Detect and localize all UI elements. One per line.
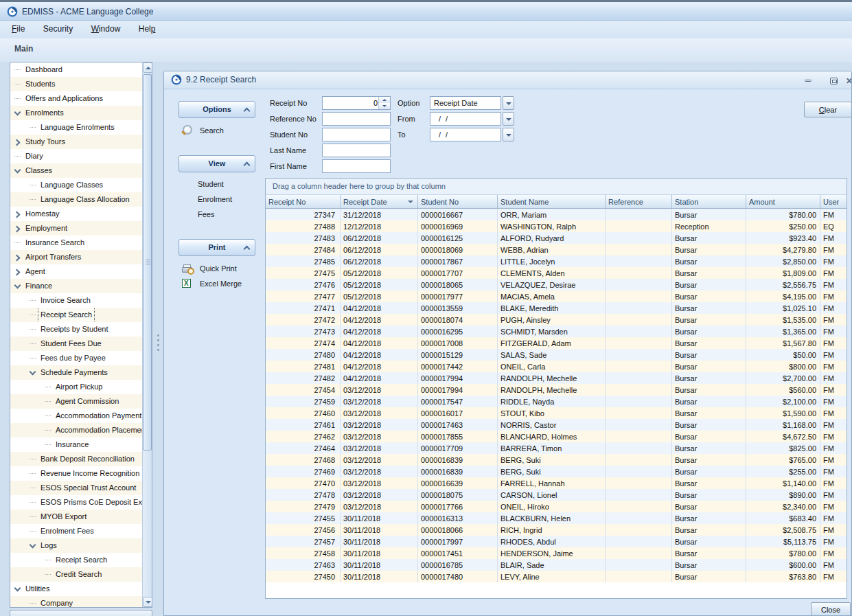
scrollbar-thumb[interactable] xyxy=(143,74,152,450)
sidebar-item-enrolment-fees[interactable]: Enrolment Fees xyxy=(10,524,142,538)
minimize-button[interactable] xyxy=(801,76,816,86)
table-row[interactable]: 2745030/11/20180000017480LEVY, AlineBurs… xyxy=(266,571,847,582)
table-row[interactable]: 2734731/12/20180000016667ORR, MariamBurs… xyxy=(266,209,847,221)
table-row[interactable]: 2747003/12/20180000016639FARRELL, Hannah… xyxy=(266,477,847,489)
sidebar-item-invoice-search[interactable]: Invoice Search xyxy=(10,293,142,308)
sidebar-item-language-classes[interactable]: Language Classes xyxy=(10,178,142,192)
menu-help[interactable]: Help xyxy=(131,21,163,38)
tree-scrollbar[interactable] xyxy=(142,62,152,607)
table-row[interactable]: 2746203/12/20180000017855BLANCHARD, Holm… xyxy=(266,431,847,442)
restore-button[interactable] xyxy=(827,76,842,86)
table-row[interactable]: 2747204/12/20180000018074PUGH, AinsleyBu… xyxy=(266,314,847,326)
table-row[interactable]: 2745630/11/20180000018066RICH, IngridBur… xyxy=(266,524,847,536)
sidebar-item-offers-and-applications[interactable]: Offers and Applications xyxy=(10,91,142,106)
table-row[interactable]: 2747903/12/20180000017766ONEIL, HirokoBu… xyxy=(266,501,847,512)
from-date-picker[interactable]: / / xyxy=(430,112,514,126)
sidebar-item-airport-pickup[interactable]: Airport Pickup xyxy=(10,380,142,394)
sidebar-item-bank-deposit-reconciliation[interactable]: Bank Deposit Reconciliation xyxy=(10,452,142,466)
sidebar-item-homestay[interactable]: Homestay xyxy=(10,207,142,221)
view-group-header[interactable]: View xyxy=(179,155,255,172)
sidebar-item-enrolments[interactable]: Enrolments xyxy=(10,106,142,120)
search-button[interactable]: Search xyxy=(181,125,263,137)
sidebar-item-accommodation-placement[interactable]: Accommodation Placement xyxy=(10,423,142,437)
sidebar-item-student-fees-due[interactable]: Student Fees Due xyxy=(10,336,142,351)
sidebar-item-myob-export[interactable]: MYOB Export xyxy=(10,510,142,524)
table-row[interactable]: 2747803/12/20180000018075CARSON, LionelB… xyxy=(266,489,847,501)
chevron-right-icon[interactable] xyxy=(13,221,23,236)
options-group-header[interactable]: Options xyxy=(179,101,255,118)
column-header-amount[interactable]: Amount xyxy=(746,195,820,209)
view-student-link[interactable]: Student xyxy=(198,180,260,191)
to-date-picker[interactable]: / / xyxy=(430,128,514,141)
view-enrolment-link[interactable]: Enrolment xyxy=(198,195,260,206)
to-date-value[interactable]: / / xyxy=(430,128,501,141)
group-by-band[interactable]: Drag a column header here to group by th… xyxy=(266,179,847,195)
scroll-down-button[interactable] xyxy=(143,597,152,607)
table-row[interactable]: 2747705/12/20180000017977MACIAS, AmelaBu… xyxy=(266,290,847,302)
table-row[interactable]: 2745903/12/20180000017547RIDDLE, NaydaBu… xyxy=(266,396,847,407)
chevron-down-icon[interactable] xyxy=(13,106,23,120)
table-row[interactable]: 2747505/12/20180000017707CLEMENTS, Alden… xyxy=(266,267,847,279)
sidebar-item-company[interactable]: Company xyxy=(10,596,142,608)
table-row[interactable]: 2745530/11/20180000016313BLACKBURN, Hele… xyxy=(266,512,847,524)
column-header-receipt-no[interactable]: Receipt No xyxy=(266,195,341,209)
sidebar-item-diary[interactable]: Diary xyxy=(10,149,142,163)
chevron-down-icon[interactable] xyxy=(28,538,38,553)
sidebar-item-classes[interactable]: Classes xyxy=(10,163,142,178)
sidebar-item-logs[interactable]: Logs xyxy=(10,538,142,553)
close-button[interactable]: Close xyxy=(811,602,851,616)
table-row[interactable]: 2746330/11/20180000016785BLAIR, SadeBurs… xyxy=(266,559,847,571)
table-row[interactable]: 2746403/12/20180000017709BARRERA, TimonB… xyxy=(266,442,847,454)
sidebar-item-language-enrolments[interactable]: Language Enrolments xyxy=(10,120,142,135)
table-row[interactable]: 2748506/12/20180000017867LITTLE, Jocelyn… xyxy=(266,255,847,267)
table-row[interactable]: 2748104/12/20180000017442ONEIL, CarlaBur… xyxy=(266,361,847,372)
table-row[interactable]: 2745403/12/20180000017994RANDOLPH, Meche… xyxy=(266,384,847,396)
sidebar-item-insurance-search[interactable]: Insurance Search xyxy=(10,236,142,250)
column-header-reference[interactable]: Reference xyxy=(606,195,672,209)
sidebar-item-receipt-search[interactable]: Receipt Search xyxy=(10,553,142,567)
table-row[interactable]: 2748812/12/20180000016969WASHINGTON, Ral… xyxy=(266,220,847,232)
table-row[interactable]: 2746803/12/20180000016839BERG, SukiBursa… xyxy=(266,454,847,466)
sidebar-item-study-tours[interactable]: Study Tours xyxy=(10,135,142,149)
sidebar-item-utilities[interactable]: Utilities xyxy=(10,582,142,596)
from-date-value[interactable]: / / xyxy=(430,112,501,126)
sidebar-item-agent-commission[interactable]: Agent Commission xyxy=(10,394,142,409)
close-window-icon[interactable]: ✕ xyxy=(846,76,852,86)
sidebar-item-revenue-income-recognition[interactable]: Revenue Income Recognition xyxy=(10,466,142,481)
excel-merge-button[interactable]: Excel Merge xyxy=(181,278,270,290)
table-row[interactable]: 2745730/11/20180000017997RHODES, AbdulBu… xyxy=(266,536,847,547)
option-value[interactable]: Receipt Date xyxy=(430,96,501,110)
chevron-right-icon[interactable] xyxy=(13,250,23,264)
table-row[interactable]: 2746903/12/20180000016839BERG, SukiBursa… xyxy=(266,466,847,477)
chevron-down-icon[interactable] xyxy=(13,163,23,178)
sidebar-item-language-class-allocation[interactable]: Language Class Allocation xyxy=(10,192,142,207)
sidebar-item-fees-due-by-payee[interactable]: Fees due by Payee xyxy=(10,351,142,365)
clear-button[interactable]: Clear xyxy=(804,102,852,117)
panel-splitter[interactable] xyxy=(152,62,163,616)
sidebar-item-accommodation-payment[interactable]: Accommodation Payment xyxy=(10,409,142,423)
view-fees-link[interactable]: Fees xyxy=(198,210,260,221)
sidebar-item-esos-special-trust-account[interactable]: ESOS Special Trust Account xyxy=(10,481,142,495)
column-header-student-no[interactable]: Student No xyxy=(418,195,498,209)
menu-security[interactable]: Security xyxy=(36,21,80,38)
dropdown-arrow-icon[interactable] xyxy=(503,112,514,126)
student-no-field[interactable] xyxy=(322,128,391,141)
chevron-down-icon[interactable] xyxy=(28,365,38,380)
column-header-user[interactable]: User xyxy=(820,195,848,209)
receipt-no-field[interactable] xyxy=(322,96,391,110)
menu-window[interactable]: Window xyxy=(84,21,128,38)
table-row[interactable]: 2748406/12/20180000018069WEBB, AdrianBur… xyxy=(266,244,847,255)
table-row[interactable]: 2746003/12/20180000016017STOUT, KiboBurs… xyxy=(266,407,847,419)
chevron-down-icon[interactable] xyxy=(13,582,23,596)
chevron-down-icon[interactable] xyxy=(13,279,23,293)
sidebar-item-esos-prisms-coe-deposit-expor[interactable]: ESOS Prisms CoE Deposit Expor xyxy=(10,495,142,510)
sidebar-item-students[interactable]: Students xyxy=(10,77,142,91)
table-row[interactable]: 2747404/12/20180000017008FITZGERALD, Ada… xyxy=(266,337,847,349)
menu-file[interactable]: File xyxy=(4,21,32,38)
chevron-right-icon[interactable] xyxy=(13,207,23,221)
receipt-no-spinner[interactable] xyxy=(378,97,390,109)
quick-print-button[interactable]: Quick Print xyxy=(181,263,270,275)
table-row[interactable]: 2748004/12/20180000015129SALAS, SadeBurs… xyxy=(266,349,847,361)
sidebar-item-insurance[interactable]: Insurance xyxy=(10,437,142,452)
student-no-input[interactable] xyxy=(323,128,390,141)
